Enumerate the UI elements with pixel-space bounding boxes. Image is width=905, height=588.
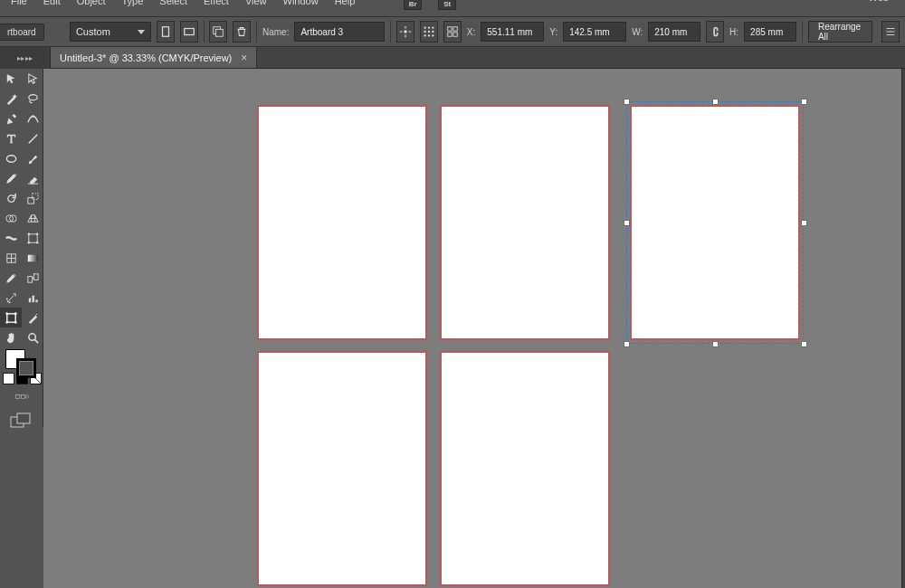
- artboard[interactable]: [257, 351, 427, 586]
- menu-type[interactable]: Type: [122, 0, 144, 5]
- document-preset-dropdown[interactable]: Web: [869, 0, 900, 5]
- menu-window[interactable]: Window: [283, 0, 319, 5]
- svg-point-8: [424, 31, 426, 33]
- rotate-tool-icon[interactable]: [0, 188, 22, 208]
- artboard-preset-dropdown[interactable]: Custom: [70, 22, 151, 42]
- move-artwork-toggle-icon[interactable]: [396, 21, 414, 43]
- column-graph-tool-icon[interactable]: [22, 288, 43, 308]
- orientation-landscape-icon[interactable]: [180, 21, 198, 43]
- y-label: Y:: [549, 27, 557, 37]
- stock-badge-icon[interactable]: St: [438, 0, 456, 10]
- pen-tool-icon[interactable]: [0, 109, 22, 128]
- artboard-options-icon[interactable]: [443, 21, 462, 43]
- screen-mode-icon[interactable]: [0, 407, 43, 438]
- svg-rect-1: [184, 29, 194, 35]
- svg-rect-40: [32, 295, 33, 302]
- eyedropper-tool-icon[interactable]: [0, 268, 22, 288]
- selection-handle[interactable]: [712, 99, 719, 105]
- w-label: W:: [632, 27, 643, 37]
- w-field[interactable]: 210 mm: [648, 22, 700, 42]
- artboard-name-field[interactable]: Artboard 3: [294, 22, 385, 42]
- menu-edit[interactable]: Edit: [43, 0, 61, 5]
- selection-handle[interactable]: [801, 99, 807, 105]
- link-wh-icon[interactable]: [706, 21, 724, 43]
- y-field[interactable]: 142.5 mm: [563, 22, 626, 42]
- lasso-tool-icon[interactable]: [22, 89, 43, 109]
- menu-effect[interactable]: Effect: [204, 0, 229, 5]
- svg-point-47: [25, 394, 28, 397]
- x-field[interactable]: 551.11 mm: [481, 22, 544, 42]
- shape-builder-tool-icon[interactable]: [0, 208, 22, 228]
- menu-help[interactable]: Help: [335, 0, 356, 5]
- selection-handle[interactable]: [801, 341, 807, 347]
- orientation-portrait-icon[interactable]: [157, 21, 175, 43]
- bridge-badge-icon[interactable]: Br: [404, 0, 422, 10]
- canvas[interactable]: [43, 69, 905, 588]
- svg-point-7: [432, 26, 433, 28]
- selection-handle[interactable]: [801, 220, 807, 226]
- toolbox-header: ▸▸▸▸: [0, 47, 51, 69]
- selection-handle[interactable]: [624, 99, 630, 105]
- selection-handle[interactable]: [624, 220, 630, 226]
- fill-stroke-swatch[interactable]: [0, 347, 43, 378]
- mesh-tool-icon[interactable]: [0, 248, 22, 268]
- artboard[interactable]: [440, 105, 610, 340]
- free-transform-tool-icon[interactable]: [22, 228, 43, 248]
- svg-rect-46: [21, 394, 24, 398]
- curvature-tool-icon[interactable]: [22, 109, 43, 128]
- reference-point-icon[interactable]: [420, 21, 438, 43]
- svg-point-28: [35, 232, 37, 234]
- toolbox: [0, 69, 43, 427]
- artboard[interactable]: [257, 105, 427, 340]
- menu-object[interactable]: Object: [77, 0, 106, 5]
- menu-select[interactable]: Select: [159, 0, 187, 5]
- separator: [256, 21, 257, 43]
- selection-handle[interactable]: [624, 341, 630, 347]
- gradient-tool-icon[interactable]: [22, 248, 43, 268]
- direct-selection-tool-icon[interactable]: [22, 69, 43, 89]
- pencil-tool-icon[interactable]: [0, 168, 22, 188]
- magic-wand-tool-icon[interactable]: [0, 89, 22, 109]
- close-icon[interactable]: ×: [241, 52, 247, 64]
- slice-tool-icon[interactable]: [22, 308, 43, 327]
- hand-tool-icon[interactable]: [0, 327, 22, 347]
- blend-tool-icon[interactable]: [22, 268, 43, 288]
- svg-point-12: [428, 34, 430, 36]
- perspective-grid-tool-icon[interactable]: [22, 208, 43, 228]
- selection-tool-icon[interactable]: [0, 69, 22, 89]
- control-bar: rtboard Custom Name: Artboard 3 X: 551.1…: [0, 16, 905, 47]
- zoom-tool-icon[interactable]: [22, 327, 43, 347]
- line-segment-tool-icon[interactable]: [22, 128, 43, 148]
- symbol-sprayer-tool-icon[interactable]: [0, 288, 22, 308]
- svg-rect-42: [6, 313, 14, 321]
- selection-outline: [626, 101, 804, 344]
- svg-point-19: [32, 115, 33, 117]
- eraser-tool-icon[interactable]: [22, 168, 43, 188]
- svg-line-44: [34, 339, 38, 343]
- svg-point-9: [428, 31, 430, 33]
- paintbrush-tool-icon[interactable]: [22, 148, 43, 168]
- artboard-tool-icon[interactable]: [0, 308, 22, 327]
- draw-mode-icon[interactable]: [0, 387, 43, 405]
- menu-view[interactable]: View: [245, 0, 267, 5]
- menu-file[interactable]: File: [11, 0, 27, 5]
- width-tool-icon[interactable]: [0, 228, 22, 248]
- artboard[interactable]: [440, 351, 610, 586]
- delete-artboard-icon[interactable]: [233, 21, 251, 43]
- chevron-down-icon: [138, 30, 145, 34]
- stroke-swatch-icon[interactable]: [16, 358, 36, 378]
- scale-tool-icon[interactable]: [22, 188, 43, 208]
- svg-point-10: [432, 31, 433, 33]
- new-artboard-icon[interactable]: [209, 21, 227, 43]
- document-tab[interactable]: Untitled-3* @ 33.33% (CMYK/Preview) ×: [51, 47, 257, 68]
- h-field[interactable]: 285 mm: [744, 22, 796, 42]
- svg-rect-3: [216, 29, 224, 36]
- rearrange-all-button[interactable]: Rearrange All: [808, 21, 872, 43]
- ellipse-tool-icon[interactable]: [0, 148, 22, 168]
- svg-point-5: [424, 26, 426, 28]
- svg-rect-41: [35, 299, 37, 302]
- svg-point-36: [6, 300, 8, 302]
- selection-handle[interactable]: [712, 341, 719, 347]
- options-flyout-icon[interactable]: [881, 21, 900, 43]
- type-tool-icon[interactable]: [0, 128, 22, 148]
